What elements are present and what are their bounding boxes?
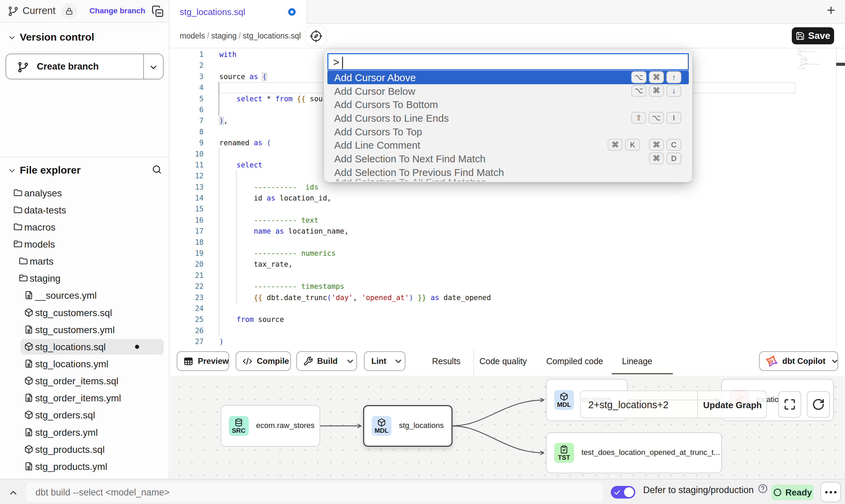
git-branch-icon: [17, 61, 29, 73]
line-number: 23: [170, 292, 204, 303]
defer-label: Defer to staging/production: [643, 485, 754, 495]
lineage-node-stg_locations[interactable]: MDLstg_locations: [363, 405, 453, 447]
fullscreen-button[interactable]: [778, 391, 801, 418]
wrench-icon: [303, 356, 313, 366]
file-tree-item-stg-customers-sql[interactable]: stg_customers.sql: [0, 304, 169, 321]
file-name: stg_products.yml: [35, 461, 107, 472]
copy-icon[interactable]: [151, 5, 164, 18]
file-tree-item-models[interactable]: models: [0, 236, 169, 253]
file-name: stg_orders.yml: [35, 427, 98, 438]
palette-item-add-selection-to-previous-find-match[interactable]: Add Selection To Previous Find Match: [327, 165, 689, 179]
file-tree-item-stg-order-items-sql[interactable]: stg_order_items.sql: [0, 372, 169, 389]
lineage-selector-input[interactable]: 2+stg_locations+2: [588, 399, 668, 411]
tab-stg-locations-sql[interactable]: stg_locations.sql: [170, 0, 307, 24]
create-branch-button[interactable]: Create branch: [5, 54, 164, 79]
tab-label: stg_locations.sql: [180, 7, 245, 17]
file-name: stg_products.sql: [35, 444, 105, 455]
file-tree-item-stg-locations-sql[interactable]: stg_locations.sql: [0, 338, 169, 355]
preview-button[interactable]: Preview: [177, 351, 229, 371]
lint-label: Lint: [371, 356, 386, 366]
file-tree-item-stg-order-items-yml[interactable]: stg_order_items.yml: [0, 389, 169, 406]
dbt-copilot-button[interactable]: dbt Copilot: [759, 351, 838, 371]
code-line-16: 16 ---------- text: [170, 215, 845, 226]
save-button[interactable]: Save: [792, 27, 834, 44]
change-branch-link[interactable]: Change branch: [89, 6, 145, 15]
lineage-canvas[interactable]: SRCecom.raw_storesMDLstg_locationsMDLloc…: [170, 376, 845, 479]
update-graph-button[interactable]: Update Graph: [698, 400, 767, 411]
palette-item-add-cursors-to-bottom[interactable]: Add Cursors To Bottom: [327, 98, 689, 111]
defer-toggle[interactable]: [611, 486, 635, 499]
code-line-24: 24: [170, 303, 845, 314]
chevron-down-icon[interactable]: [394, 356, 403, 366]
palette-item-add-selection-to-all-find-matches[interactable]: Add Selection To All Find Matches: [327, 179, 689, 181]
breadcrumb-part[interactable]: stg_locations.sql: [243, 31, 301, 40]
status-badge: Ready: [771, 485, 814, 500]
file-tree-item-staging[interactable]: staging: [0, 270, 169, 287]
reveal-in-tree-button[interactable]: [306, 26, 326, 46]
breadcrumb-part[interactable]: staging: [211, 31, 237, 40]
folder-icon: [13, 205, 23, 214]
file-tree-item--sources-yml[interactable]: __sources.yml: [0, 287, 169, 304]
line-number: 1: [170, 49, 204, 60]
command-label: Add Cursors to Line Ends: [334, 113, 449, 124]
file-name: macros: [24, 222, 56, 233]
command-palette-input[interactable]: >: [327, 53, 689, 70]
more-options-button[interactable]: [820, 482, 841, 502]
refresh-button[interactable]: [807, 391, 830, 418]
breadcrumb-row: models/staging/stg_locations.sql Save: [170, 24, 845, 48]
code-line-15: 15: [170, 204, 845, 214]
file-tree-item-analyses[interactable]: analyses: [0, 184, 169, 202]
scrollbar-thumb[interactable]: [836, 63, 845, 66]
dbt-cloud-ide: Current Change branch Version control Cr…: [0, 0, 845, 504]
palette-item-add-cursor-above[interactable]: Add Cursor Above⌥⌘↑: [327, 71, 689, 84]
chevron-down-icon[interactable]: [345, 356, 355, 366]
compile-label: Compile: [257, 356, 289, 366]
line-number: 27: [170, 336, 204, 347]
file-tree-item-macros[interactable]: macros: [0, 219, 169, 236]
panel-tab-results[interactable]: Results: [432, 351, 459, 371]
file-tree-item-stg-products-sql[interactable]: stg_products.sql: [0, 441, 169, 458]
file-tree-item-stg-customers-yml[interactable]: stg_customers.yml: [0, 321, 169, 338]
palette-item-add-selection-to-next-find-match[interactable]: Add Selection To Next Find Match⌘D: [327, 152, 689, 165]
panel-tab-compiled-code[interactable]: Compiled code: [546, 351, 602, 371]
compile-button[interactable]: Compile: [236, 351, 291, 371]
line-number: 14: [170, 193, 204, 204]
palette-query: >: [333, 56, 339, 69]
palette-item-add-cursors-to-line-ends[interactable]: Add Cursors to Line Ends⇧⌥I: [327, 111, 689, 125]
key-badge: ⌘: [649, 152, 664, 164]
search-icon[interactable]: [152, 164, 162, 175]
file-tree-item-stg-products-yml[interactable]: stg_products.yml: [0, 458, 169, 475]
file-tree-item-stg-locations-yml[interactable]: stg_locations.yml: [0, 355, 169, 372]
new-tab-button[interactable]: [826, 5, 836, 15]
file-tree-item-stg-orders-yml[interactable]: stg_orders.yml: [0, 424, 169, 441]
version-control-header[interactable]: Version control: [0, 30, 169, 45]
chevron-up-icon[interactable]: [8, 488, 18, 498]
node-type-badge: TST: [554, 443, 574, 463]
lint-button[interactable]: Lint: [364, 351, 405, 371]
file-explorer-header[interactable]: File explorer: [0, 163, 169, 178]
help-icon[interactable]: [758, 484, 768, 494]
file-tree-item-data-tests[interactable]: data-tests: [0, 202, 169, 219]
panel-tab-code-quality[interactable]: Code quality: [479, 351, 526, 371]
breadcrumb-part[interactable]: models: [180, 31, 205, 40]
file-tree-item-stg-orders-sql[interactable]: stg_orders.sql: [0, 406, 169, 424]
palette-item-add-cursors-to-top[interactable]: Add Cursors To Top: [327, 125, 689, 138]
file-icon: [24, 428, 33, 437]
dbt-command-input[interactable]: dbt build --select <model_name>: [26, 482, 603, 502]
code-line-19: 19 ---------- numerics: [170, 248, 845, 259]
fullscreen-icon: [783, 398, 796, 411]
cube-icon: [24, 445, 33, 454]
lineage-node-test_opened_at[interactable]: TSTtest_does_location_opened_at_trunc_t.…: [546, 432, 722, 473]
lineage-node-raw_stores[interactable]: SRCecom.raw_stores: [221, 405, 320, 447]
minimap-divider: [836, 48, 837, 348]
panel-tab-lineage[interactable]: Lineage: [622, 351, 654, 371]
key-badge: D: [666, 152, 681, 164]
palette-item-add-cursor-below[interactable]: Add Cursor Below⌥⌘↓: [327, 84, 689, 98]
minimap[interactable]: withsource as ( select * from {{ source(…: [798, 48, 845, 348]
file-name: stg_locations.yml: [35, 359, 108, 370]
command-label: Add Selection To Previous Find Match: [334, 167, 504, 178]
chevron-down-icon[interactable]: [149, 62, 158, 72]
palette-item-add-line-comment[interactable]: Add Line Comment⌘K⌘C: [327, 138, 689, 152]
build-button[interactable]: Build: [296, 351, 357, 371]
file-tree-item-marts[interactable]: marts: [0, 253, 169, 270]
